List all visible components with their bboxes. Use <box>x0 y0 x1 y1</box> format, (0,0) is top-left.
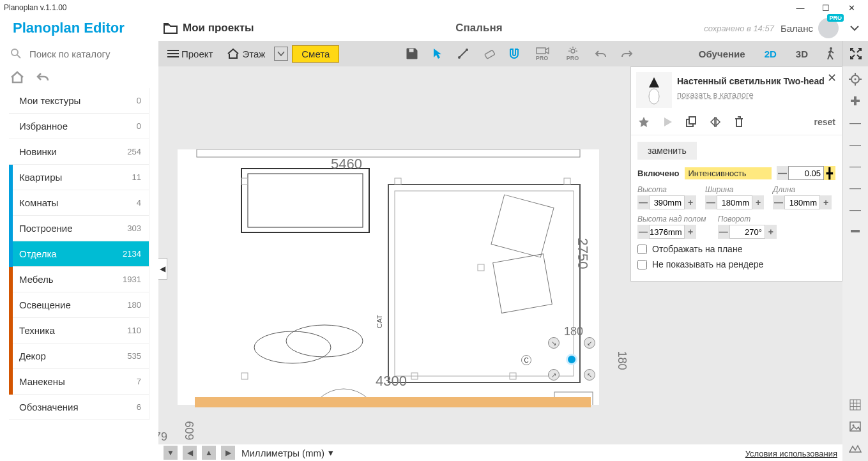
minus-icon[interactable]: — <box>637 195 649 209</box>
home-icon[interactable] <box>10 71 24 84</box>
balance-link[interactable]: Баланс <box>780 23 813 34</box>
magnet-icon[interactable] <box>507 47 521 61</box>
undo-icon[interactable] <box>594 47 608 61</box>
rotation-stepper[interactable]: —+ <box>718 225 777 239</box>
height-stepper[interactable]: —+ <box>637 195 700 209</box>
search-input[interactable] <box>29 49 138 59</box>
plus-icon[interactable]: + <box>685 195 696 209</box>
sidebar-category[interactable]: Комнаты4 <box>9 190 149 216</box>
close-icon[interactable]: ✕ <box>827 71 837 85</box>
zoom-slider-tick[interactable]: — <box>848 202 863 217</box>
image-icon[interactable] <box>848 419 863 434</box>
above-floor-input[interactable] <box>649 225 685 239</box>
rotation-input[interactable] <box>729 225 765 239</box>
replace-button[interactable]: заменить <box>637 142 697 160</box>
sidebar-category[interactable]: Мои текстуры0 <box>9 88 149 114</box>
floor-dropdown-icon[interactable] <box>274 47 288 61</box>
sidebar-category[interactable]: Избранное0 <box>9 114 149 139</box>
undo-nav-icon[interactable] <box>36 72 50 83</box>
delete-icon[interactable] <box>733 116 745 128</box>
eraser-icon[interactable] <box>482 47 496 61</box>
sidebar-category[interactable]: Квартиры11 <box>9 165 149 190</box>
sidebar-category[interactable]: Новинки254 <box>9 139 149 165</box>
copy-handle-icon[interactable]: C <box>521 355 531 365</box>
sidebar-collapse-toggle[interactable]: ◀ <box>158 258 167 280</box>
camera-pro-icon[interactable]: PRO <box>533 46 552 61</box>
zoom-slider-tick[interactable]: — <box>848 115 863 130</box>
plus-icon[interactable]: + <box>765 225 777 239</box>
length-input[interactable] <box>784 195 820 209</box>
floor-down-button[interactable]: ▼ <box>164 446 178 460</box>
hide-on-render-checkbox[interactable]: Не показывать на рендере <box>637 259 835 269</box>
next-button[interactable]: ▶ <box>221 446 235 460</box>
show-on-plan-checkbox[interactable]: Отображать на плане <box>637 244 835 254</box>
sidebar-category[interactable]: Манекены7 <box>9 369 149 395</box>
fullscreen-button[interactable] <box>842 41 868 66</box>
sidebar-category[interactable]: Освещение180 <box>9 292 149 318</box>
play-icon[interactable] <box>662 116 673 128</box>
sidebar-category[interactable]: Декор535 <box>9 344 149 369</box>
intensity-stepper[interactable]: — ╋ <box>777 166 835 180</box>
floorplan-canvas[interactable]: ◀ <box>158 66 842 444</box>
catalog-link[interactable]: показать в каталоге <box>677 90 837 100</box>
grid-icon[interactable] <box>848 397 863 412</box>
sidebar-category[interactable]: Мебель1931 <box>9 267 149 292</box>
plus-icon[interactable]: + <box>685 225 696 239</box>
window-minimize-icon[interactable]: — <box>788 0 813 15</box>
estimate-button[interactable]: Смета <box>292 45 339 63</box>
locate-icon[interactable] <box>848 72 863 87</box>
rotate-handle-icon[interactable]: ↖ <box>584 369 595 381</box>
zoom-in-icon[interactable] <box>848 93 863 109</box>
floor-up-button[interactable]: ▲ <box>202 446 216 460</box>
catalog-search[interactable] <box>0 41 158 66</box>
width-input[interactable] <box>717 195 752 209</box>
user-avatar[interactable]: PRO <box>818 18 839 38</box>
training-link[interactable]: Обучение <box>695 49 749 59</box>
minus-icon[interactable]: — <box>777 166 788 180</box>
minus-icon[interactable]: — <box>705 195 717 209</box>
width-stepper[interactable]: —+ <box>705 195 768 209</box>
duplicate-icon[interactable] <box>685 116 697 128</box>
project-menu[interactable]: Проект <box>162 46 218 62</box>
sun-pro-icon[interactable]: PRO <box>563 46 582 61</box>
selection-gizmo[interactable]: ↘ ↙ ↗ ↖ C <box>540 341 598 379</box>
zoom-slider-tick[interactable]: — <box>848 137 863 152</box>
redo-icon[interactable] <box>620 47 634 61</box>
above-floor-stepper[interactable]: —+ <box>637 225 713 239</box>
window-maximize-icon[interactable]: ☐ <box>813 0 839 15</box>
sidebar-category[interactable]: Построение303 <box>9 216 149 241</box>
sidebar-category[interactable]: Обозначения6 <box>9 395 149 420</box>
save-icon[interactable] <box>405 47 419 61</box>
plus-icon[interactable]: + <box>820 195 832 209</box>
move-handle-icon[interactable] <box>566 354 577 365</box>
draw-line-icon[interactable] <box>456 47 470 61</box>
sidebar-category[interactable]: Отделка2134 <box>9 241 149 267</box>
window-close-icon[interactable]: ✕ <box>839 0 864 15</box>
rotate-handle-icon[interactable]: ↙ <box>584 337 595 349</box>
height-input[interactable] <box>649 195 685 209</box>
prev-button[interactable]: ◀ <box>183 446 197 460</box>
plus-icon[interactable]: + <box>752 195 764 209</box>
rotate-handle-icon[interactable]: ↘ <box>548 337 560 349</box>
view-2d-tab[interactable]: 2D <box>761 49 780 59</box>
minus-icon[interactable]: — <box>718 225 729 239</box>
pointer-icon[interactable] <box>430 47 445 61</box>
length-stepper[interactable]: —+ <box>773 195 835 209</box>
sidebar-category[interactable]: Техника110 <box>9 318 149 344</box>
floor-menu[interactable]: Этаж <box>222 45 270 62</box>
plus-icon[interactable]: ╋ <box>824 166 835 180</box>
units-selector[interactable]: Миллиметры (mm) ▾ <box>241 444 333 461</box>
minus-icon[interactable]: — <box>773 195 784 209</box>
reset-button[interactable]: reset <box>814 117 835 127</box>
zoom-slider-tick[interactable]: — <box>848 180 863 195</box>
landscape-icon[interactable] <box>848 441 863 456</box>
intensity-input[interactable] <box>788 166 824 180</box>
chevron-down-icon[interactable] <box>848 21 862 35</box>
minus-icon[interactable]: — <box>637 225 649 239</box>
rotate-handle-icon[interactable]: ↗ <box>548 369 560 381</box>
zoom-out-icon[interactable] <box>848 223 863 239</box>
terms-link[interactable]: Условия использования <box>745 449 837 458</box>
zoom-slider-tick[interactable]: — <box>848 158 863 174</box>
view-3d-tab[interactable]: 3D <box>792 49 812 59</box>
walk-icon[interactable] <box>823 47 837 61</box>
